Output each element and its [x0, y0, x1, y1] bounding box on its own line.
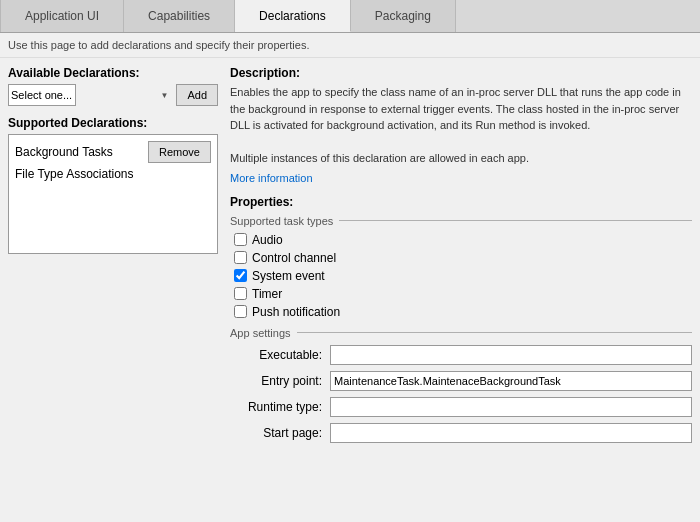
left-panel: Available Declarations: Select one... Ad… [8, 66, 218, 513]
runtime-type-row: Runtime type: [230, 397, 692, 417]
system-event-checkbox[interactable] [234, 269, 247, 282]
entry-point-row: Entry point: [230, 371, 692, 391]
push-notification-checkbox[interactable] [234, 305, 247, 318]
available-declarations-row: Select one... Add [8, 84, 218, 106]
push-notification-label: Push notification [252, 305, 340, 319]
executable-row: Executable: [230, 345, 692, 365]
checkbox-audio: Audio [230, 233, 692, 247]
audio-checkbox[interactable] [234, 233, 247, 246]
task-types-group-label: Supported task types [230, 215, 339, 227]
audio-label: Audio [252, 233, 283, 247]
timer-label: Timer [252, 287, 282, 301]
description-title: Description: [230, 66, 692, 80]
timer-checkbox[interactable] [234, 287, 247, 300]
control-channel-label: Control channel [252, 251, 336, 265]
app-settings-section: App settings Executable: Entry point: Ru… [230, 327, 692, 443]
add-button[interactable]: Add [176, 84, 218, 106]
checkbox-timer: Timer [230, 287, 692, 301]
app-settings-group-row: App settings [230, 327, 692, 339]
checkbox-push-notification: Push notification [230, 305, 692, 319]
main-content: Available Declarations: Select one... Ad… [0, 58, 700, 521]
app-settings-group-label: App settings [230, 327, 297, 339]
description-section: Description: Enables the app to specify … [230, 66, 692, 185]
task-types-group-row: Supported task types [230, 215, 692, 227]
entry-point-label: Entry point: [230, 374, 330, 388]
properties-section: Properties: Supported task types Audio C… [230, 195, 692, 443]
available-declarations-select[interactable]: Select one... [8, 84, 76, 106]
tab-application-ui[interactable]: Application UI [0, 0, 124, 32]
start-page-row: Start page: [230, 423, 692, 443]
executable-label: Executable: [230, 348, 330, 362]
task-types-divider [339, 220, 692, 221]
select-wrapper: Select one... [8, 84, 172, 106]
app-settings-divider [297, 332, 692, 333]
tab-packaging[interactable]: Packaging [351, 0, 456, 32]
executable-input[interactable] [330, 345, 692, 365]
system-event-label: System event [252, 269, 325, 283]
checkbox-system-event: System event [230, 269, 692, 283]
background-tasks-label: Background Tasks [15, 145, 113, 159]
runtime-type-label: Runtime type: [230, 400, 330, 414]
start-page-input[interactable] [330, 423, 692, 443]
available-declarations-label: Available Declarations: [8, 66, 218, 80]
tab-bar: Application UI Capabilities Declarations… [0, 0, 700, 33]
start-page-label: Start page: [230, 426, 330, 440]
description-text: Enables the app to specify the class nam… [230, 84, 692, 167]
more-info-link[interactable]: More information [230, 172, 313, 184]
entry-point-input[interactable] [330, 371, 692, 391]
page-intro: Use this page to add declarations and sp… [0, 33, 700, 58]
properties-title: Properties: [230, 195, 692, 209]
supported-declarations-box: Background Tasks Remove File Type Associ… [8, 134, 218, 254]
tab-declarations[interactable]: Declarations [235, 0, 351, 32]
declaration-background-tasks[interactable]: Background Tasks Remove [13, 139, 213, 165]
checkbox-control-channel: Control channel [230, 251, 692, 265]
supported-declarations-label: Supported Declarations: [8, 116, 218, 130]
right-panel: Description: Enables the app to specify … [230, 66, 692, 513]
remove-button[interactable]: Remove [148, 141, 211, 163]
declaration-file-type[interactable]: File Type Associations [13, 165, 213, 183]
control-channel-checkbox[interactable] [234, 251, 247, 264]
runtime-type-input[interactable] [330, 397, 692, 417]
tab-capabilities[interactable]: Capabilities [124, 0, 235, 32]
